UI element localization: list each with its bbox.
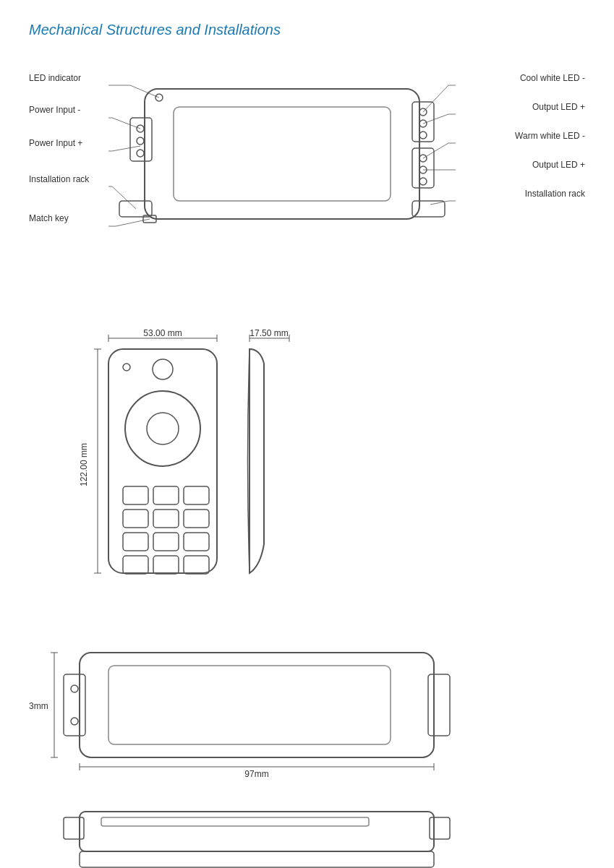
- svg-rect-83: [80, 851, 434, 867]
- svg-text:33mm: 33mm: [29, 701, 48, 711]
- page-title: Mechanical Structures and Installations: [29, 22, 585, 38]
- label-cool-white-led: Cool white LED -: [520, 73, 585, 83]
- svg-rect-1: [174, 107, 391, 201]
- remote-diagram: 53.00 mm 17.50 mm 122.00 mm: [29, 327, 585, 616]
- controller-diagram: LED indicator Power Input - Power Input …: [29, 53, 585, 298]
- bottom-diagram: 33mm 97mm: [29, 638, 585, 783]
- svg-line-20: [112, 118, 140, 129]
- svg-rect-50: [108, 349, 217, 573]
- svg-rect-59: [153, 510, 179, 528]
- svg-line-18: [130, 85, 159, 98]
- svg-text:97mm: 97mm: [244, 769, 268, 779]
- svg-point-13: [419, 178, 427, 185]
- svg-point-9: [419, 132, 427, 139]
- svg-rect-61: [123, 533, 148, 551]
- svg-rect-76: [64, 674, 85, 736]
- svg-point-77: [71, 685, 78, 692]
- label-power-input-neg: Power Input -: [29, 105, 80, 115]
- label-warm-white-led: Warm white LED -: [515, 131, 585, 141]
- svg-line-30: [423, 114, 448, 124]
- svg-rect-2: [130, 118, 152, 161]
- svg-rect-82: [101, 817, 369, 826]
- svg-rect-63: [184, 533, 209, 551]
- label-power-input-pos: Power Input +: [29, 138, 82, 148]
- svg-rect-57: [184, 486, 209, 504]
- svg-line-32: [423, 143, 448, 158]
- svg-point-52: [153, 359, 173, 379]
- label-led-indicator: LED indicator: [29, 73, 81, 83]
- svg-line-28: [423, 85, 448, 112]
- svg-rect-79: [428, 674, 450, 736]
- svg-rect-85: [430, 817, 450, 839]
- svg-point-4: [137, 137, 144, 145]
- svg-point-51: [123, 364, 130, 371]
- svg-point-53: [125, 391, 200, 466]
- svg-text:17.50 mm: 17.50 mm: [250, 328, 288, 338]
- svg-text:122.00 mm: 122.00 mm: [79, 443, 89, 486]
- remote-svg: 53.00 mm 17.50 mm 122.00 mm: [29, 327, 579, 609]
- side-diagram: 18mm: [29, 804, 585, 868]
- svg-point-54: [147, 413, 179, 444]
- svg-point-5: [137, 150, 144, 157]
- svg-rect-64: [123, 556, 148, 574]
- controller-svg: [108, 60, 456, 262]
- svg-rect-66: [184, 556, 209, 574]
- svg-rect-84: [64, 817, 84, 839]
- svg-rect-56: [153, 486, 179, 504]
- label-match-key: Match key: [29, 213, 69, 223]
- side-svg: 18mm: [29, 804, 579, 868]
- svg-line-24: [112, 186, 136, 209]
- label-output-led-pos-2: Output LED +: [532, 160, 585, 170]
- svg-rect-60: [184, 510, 209, 528]
- svg-rect-62: [153, 533, 179, 551]
- svg-rect-0: [145, 89, 419, 219]
- svg-rect-75: [80, 653, 434, 757]
- bottom-svg: 33mm 97mm: [29, 638, 579, 779]
- label-installation-rack-left: Installation rack: [29, 174, 89, 184]
- svg-text:53.00 mm: 53.00 mm: [143, 328, 182, 338]
- svg-rect-58: [123, 510, 148, 528]
- svg-rect-65: [153, 556, 179, 574]
- label-installation-rack-right: Installation rack: [525, 189, 585, 199]
- svg-point-78: [71, 718, 78, 725]
- label-output-led-pos-1: Output LED +: [532, 102, 585, 112]
- svg-line-22: [112, 146, 140, 151]
- svg-rect-55: [123, 486, 148, 504]
- svg-rect-80: [108, 666, 391, 744]
